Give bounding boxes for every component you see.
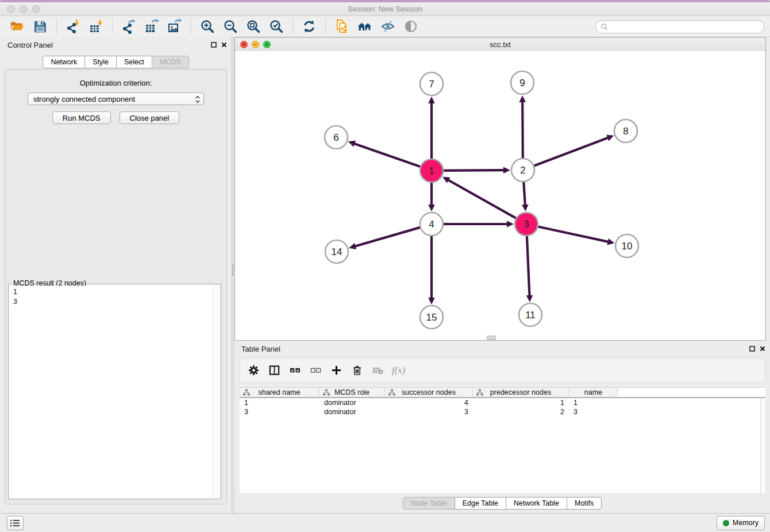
network-title: scc.txt (235, 40, 765, 49)
import-network-button[interactable] (63, 18, 83, 35)
window-close-button[interactable] (7, 5, 15, 13)
export-table-button[interactable] (141, 18, 162, 35)
tab-style[interactable]: Style (84, 56, 117, 68)
column-header-name[interactable]: name (569, 388, 618, 397)
hierarchy-icon (388, 389, 395, 396)
delete-table-button[interactable] (369, 361, 387, 379)
save-session-button[interactable] (30, 18, 51, 35)
clear-row-selection-button[interactable] (307, 361, 325, 379)
edge-3-10[interactable] (538, 226, 610, 242)
column-header-shared-name[interactable]: shared name (240, 388, 319, 397)
window-zoom-button[interactable] (32, 5, 40, 13)
column-header-successor-nodes[interactable]: successor nodes (385, 388, 473, 397)
zoom-selected-icon (269, 19, 284, 34)
window-controls (7, 5, 40, 13)
add-column-button[interactable] (328, 361, 345, 379)
edge-arrowhead (428, 97, 435, 103)
delete-column-button[interactable] (348, 361, 366, 379)
zoom-selected-button[interactable] (266, 18, 287, 35)
memory-button[interactable]: Memory (717, 516, 765, 530)
cell-name[interactable]: 3 (569, 408, 618, 416)
open-file-button[interactable] (7, 18, 28, 35)
edge-2-9[interactable] (522, 101, 523, 158)
edge-2-8[interactable] (534, 137, 609, 166)
save-icon (33, 19, 48, 34)
table-row[interactable]: 1dominator411 (240, 398, 765, 407)
tab-mcds[interactable]: MCDS (152, 56, 189, 68)
tab-select[interactable]: Select (116, 56, 152, 68)
edge-1-6[interactable] (353, 143, 420, 167)
close-table-panel-icon[interactable] (760, 346, 765, 352)
table-settings-button[interactable] (245, 361, 263, 379)
cell-name[interactable]: 1 (569, 399, 618, 407)
edge-3-1[interactable] (447, 179, 516, 218)
table-scrollbar[interactable] (760, 398, 765, 493)
clone-network-button[interactable] (332, 18, 352, 35)
table-tab-network-table[interactable]: Network Table (506, 497, 567, 510)
network-close-button[interactable]: × (240, 41, 248, 48)
cell-successor-nodes[interactable]: 3 (385, 408, 473, 416)
search-box[interactable] (595, 20, 764, 33)
mcds-result-text[interactable]: 13 (10, 286, 212, 498)
cell-predecessor-nodes[interactable]: 1 (473, 399, 569, 407)
cell-mcds-role[interactable]: dominator (319, 399, 385, 407)
cell-mcds-role[interactable]: dominator (319, 408, 385, 416)
close-panel-button[interactable]: Close panel (120, 111, 180, 124)
search-input[interactable] (611, 22, 759, 32)
edge-4-14[interactable] (354, 228, 420, 246)
import-table-icon (88, 19, 103, 34)
window-minimize-button[interactable] (20, 5, 28, 13)
control-panel-tabs: NetworkStyleSelectMCDS (0, 56, 232, 68)
optimization-criterion-label: Optimization criterion: (5, 79, 226, 87)
column-header-mcds-role[interactable]: MCDS role (319, 388, 385, 397)
criterion-dropdown[interactable]: strongly connected component (28, 92, 204, 105)
hide-graphics-details-button[interactable] (378, 18, 398, 35)
float-table-panel-icon[interactable] (749, 346, 755, 352)
toggle-visibility-button[interactable] (401, 18, 421, 35)
cell-successor-nodes[interactable]: 4 (385, 399, 473, 407)
import-table-button[interactable] (86, 18, 106, 35)
run-mcds-button[interactable]: Run MCDS (52, 111, 111, 124)
export-network-button[interactable] (118, 18, 139, 35)
cell-predecessor-nodes[interactable]: 2 (473, 408, 569, 416)
table-tab-node-table[interactable]: Node Table (403, 497, 455, 510)
table-row[interactable]: 3dominator323 (240, 407, 765, 417)
network-graph[interactable]: 7968124314101511 (235, 51, 765, 340)
network-canvas[interactable]: 7968124314101511 (235, 51, 765, 340)
network-minimize-button[interactable]: − (252, 41, 259, 48)
export-image-button[interactable] (164, 18, 185, 35)
result-line: 3 (13, 297, 212, 307)
node-label-7: 7 (429, 79, 434, 90)
memory-status-dot (723, 520, 729, 526)
zoom-fit-icon (246, 19, 261, 34)
edge-arrowhead (526, 295, 533, 302)
cell-shared-name[interactable]: 1 (240, 399, 319, 407)
node-label-10: 10 (622, 241, 633, 252)
column-layout-button[interactable] (265, 361, 283, 379)
table-tab-edge-table[interactable]: Edge Table (455, 497, 506, 510)
close-panel-icon[interactable] (221, 42, 227, 48)
zoom-in-button[interactable] (197, 18, 218, 35)
refresh-view-button[interactable] (299, 18, 319, 35)
function-builder-button[interactable]: f(x) (390, 361, 407, 379)
column-header-predecessor-nodes[interactable]: predecessor nodes (473, 388, 569, 397)
column-header-label: shared name (259, 388, 301, 396)
app-window: Session: New Session Control Panel Netwo… (0, 0, 770, 532)
tab-network[interactable]: Network (43, 56, 85, 68)
network-maximize-button[interactable]: + (263, 41, 271, 48)
select-all-rows-button[interactable] (286, 361, 304, 379)
node-label-15: 15 (426, 312, 437, 323)
result-scrollbar[interactable] (213, 286, 220, 498)
task-history-button[interactable] (7, 516, 24, 530)
edge-2-3[interactable] (523, 182, 525, 206)
zoom-fit-button[interactable] (243, 18, 264, 35)
edge-1-2[interactable] (444, 170, 505, 171)
float-panel-icon[interactable] (211, 42, 217, 48)
network-overview-button[interactable] (355, 18, 375, 35)
horizontal-splitter[interactable] (487, 336, 496, 340)
zoom-out-button[interactable] (220, 18, 241, 35)
cell-shared-name[interactable]: 3 (240, 408, 319, 416)
toolbar-separator (56, 19, 57, 34)
table-tab-motifs[interactable]: Motifs (567, 497, 602, 510)
edge-3-11[interactable] (527, 236, 530, 297)
